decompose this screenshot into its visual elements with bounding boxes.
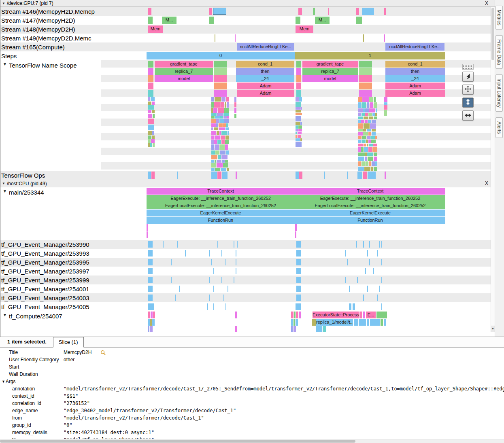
trace-slice[interactable]: [365, 108, 369, 112]
trace-slice[interactable]: [216, 123, 218, 127]
trace-slice[interactable]: [296, 259, 301, 265]
trace-slice[interactable]: [372, 120, 376, 123]
trace-slice[interactable]: [177, 241, 178, 248]
trace-slice[interactable]: [362, 102, 366, 108]
trace-slice[interactable]: [217, 160, 221, 163]
trace-slice[interactable]: TraceContext: [147, 188, 295, 195]
trace-slice[interactable]: [362, 8, 374, 15]
trace-slice[interactable]: [359, 83, 372, 89]
trace-slice[interactable]: [148, 105, 154, 110]
trace-slice[interactable]: [363, 312, 365, 318]
trace-slice[interactable]: EagerLocalExecute: __inference_train_fun…: [147, 202, 295, 209]
close-cpu-section-button[interactable]: X: [485, 180, 488, 186]
trace-slice[interactable]: [384, 8, 386, 15]
trace-slice[interactable]: [365, 153, 367, 156]
trace-slice[interactable]: [369, 259, 370, 265]
trace-slice[interactable]: [296, 172, 299, 179]
trace-slice[interactable]: [227, 102, 229, 108]
trace-slice[interactable]: [215, 160, 216, 163]
trace-slice[interactable]: [209, 17, 214, 24]
trace-slice[interactable]: [376, 312, 387, 318]
trace-slice[interactable]: [364, 147, 368, 152]
trace-slice[interactable]: [236, 268, 236, 274]
trace-slice[interactable]: E...: [366, 312, 376, 318]
args-header[interactable]: ▼Args: [0, 378, 504, 385]
trace-slice[interactable]: [226, 150, 229, 155]
trace-slice[interactable]: [148, 172, 151, 179]
trace-slice[interactable]: [379, 286, 380, 292]
trace-slice[interactable]: [215, 34, 215, 42]
trace-slice[interactable]: [211, 160, 214, 163]
zoom-tool-button[interactable]: [462, 98, 474, 108]
trace-slice[interactable]: [234, 97, 236, 102]
trace-slice[interactable]: [152, 110, 155, 113]
trace-slice[interactable]: [179, 286, 180, 292]
trace-slice[interactable]: [294, 312, 296, 318]
track-canvas-em254005[interactable]: [101, 302, 495, 311]
trace-slice[interactable]: [367, 250, 368, 256]
trace-slice[interactable]: Adam: [385, 90, 445, 97]
trace-slice[interactable]: [358, 161, 361, 166]
trace-slice[interactable]: [214, 75, 227, 82]
trace-slice[interactable]: EagerExecute: __inference_train_function…: [147, 195, 295, 202]
trace-slice[interactable]: [224, 119, 229, 123]
trace-slice[interactable]: [368, 172, 376, 179]
trace-slice[interactable]: [349, 303, 351, 310]
trace-slice[interactable]: [296, 122, 300, 125]
trace-slice[interactable]: [151, 312, 153, 318]
trace-slice[interactable]: [211, 131, 216, 135]
trace-slice[interactable]: [363, 172, 367, 179]
trace-slice[interactable]: [148, 110, 151, 113]
track-canvas-main[interactable]: TraceContextTraceContextEagerExecute: __…: [101, 187, 495, 240]
trace-slice[interactable]: [296, 68, 301, 75]
trace-slice[interactable]: [148, 312, 150, 318]
trace-slice[interactable]: [296, 125, 298, 129]
trace-slice[interactable]: [217, 113, 223, 116]
trace-slice[interactable]: [148, 17, 153, 24]
trace-slice[interactable]: [171, 259, 172, 265]
trace-slice[interactable]: [328, 8, 329, 15]
trace-slice[interactable]: ExecutorState::Process: [313, 312, 359, 318]
trace-slice[interactable]: [148, 68, 153, 75]
trace-slice[interactable]: [185, 250, 186, 256]
track-canvas-name-scope[interactable]: gradient_tapecond_1gradient_tapecond_1re…: [101, 60, 495, 171]
trace-slice[interactable]: [148, 286, 153, 292]
trace-slice[interactable]: model: [155, 75, 213, 82]
trace-slice[interactable]: [209, 295, 210, 301]
trace-slice[interactable]: [148, 250, 153, 256]
trace-slice[interactable]: [214, 90, 227, 97]
track-label-tf-compute[interactable]: ▼tf_Compute/254007: [0, 311, 101, 333]
gpu-process-header[interactable]: ▼ /device:GPU:7 (pid 7) X: [0, 0, 495, 7]
trace-slice[interactable]: gradient_tape: [155, 61, 213, 68]
trace-slice[interactable]: [211, 127, 213, 130]
trace-slice[interactable]: [369, 241, 370, 248]
trace-slice[interactable]: [220, 116, 223, 119]
trace-slice[interactable]: [235, 326, 237, 332]
trace-slice[interactable]: [235, 34, 236, 42]
trace-slice[interactable]: [148, 295, 153, 301]
track-label-main[interactable]: ▼main/253344: [0, 187, 101, 240]
trace-slice[interactable]: [298, 132, 302, 134]
trace-slice[interactable]: [366, 140, 368, 143]
trace-slice[interactable]: [295, 224, 297, 231]
trace-slice[interactable]: _24: [385, 75, 445, 82]
trace-slice[interactable]: [324, 172, 325, 179]
trace-slice[interactable]: [359, 61, 372, 68]
trace-slice[interactable]: _24: [236, 75, 294, 82]
trace-slice[interactable]: [223, 123, 226, 127]
trace-slice[interactable]: [225, 259, 226, 265]
trace-slice[interactable]: [347, 172, 348, 179]
trace-slice[interactable]: [359, 75, 372, 82]
trace-slice[interactable]: [369, 117, 373, 119]
trace-slice[interactable]: [316, 326, 322, 332]
trace-slice[interactable]: [225, 303, 226, 310]
trace-slice[interactable]: [365, 120, 368, 123]
trace-slice[interactable]: [234, 114, 236, 118]
trace-slice[interactable]: [211, 163, 216, 167]
trace-slice[interactable]: [384, 97, 387, 102]
trace-slice[interactable]: replica_7: [302, 68, 358, 75]
trace-slice[interactable]: [221, 136, 225, 140]
cpu-process-header[interactable]: ▼ /host:CPU (pid 49) X: [0, 180, 495, 187]
trace-slice[interactable]: [296, 268, 301, 274]
trace-slice[interactable]: EagerKernelExecute: [295, 210, 445, 216]
